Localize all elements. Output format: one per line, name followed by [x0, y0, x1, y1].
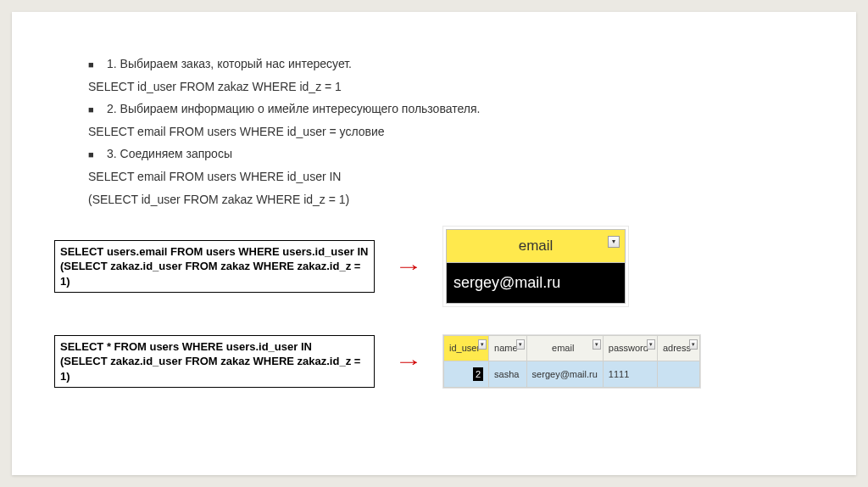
- arrow-icon: →: [394, 247, 423, 286]
- result-users-table: id_user▾ name▾ email▾ password▾ adress▾ …: [442, 334, 701, 389]
- bullet-icon: ■: [88, 146, 95, 164]
- col-id_user[interactable]: id_user▾: [444, 335, 489, 361]
- code-line-4: (SELECT id_user FROM zakaz WHERE id_z = …: [88, 188, 836, 211]
- table-header-row: id_user▾ name▾ email▾ password▾ adress▾: [444, 335, 700, 361]
- query-box-1: SELECT users.email FROM users WHERE user…: [54, 240, 375, 294]
- slide: ■ 1. Выбираем заказ, который нас интерес…: [12, 12, 856, 475]
- result-email-table: email ▾ sergey@mail.ru: [446, 229, 626, 303]
- result-email-header: email ▾: [446, 229, 626, 263]
- col-adress[interactable]: adress▾: [657, 335, 699, 361]
- cell-email: sergey@mail.ru: [526, 361, 603, 388]
- col-password[interactable]: password▾: [603, 335, 657, 361]
- dropdown-icon[interactable]: ▾: [608, 236, 620, 248]
- example-row-2: SELECT * FROM users WHERE users.id_user …: [54, 334, 836, 389]
- dropdown-icon[interactable]: ▾: [689, 339, 698, 350]
- dropdown-icon[interactable]: ▾: [593, 339, 601, 350]
- bullet-line-3: ■ 3. Соединяем запросы: [88, 143, 836, 165]
- query-box-2: SELECT * FROM users WHERE users.id_user …: [54, 335, 375, 389]
- cell-id_user: 2: [444, 361, 489, 388]
- query2-line2: (SELECT zakaz.id_user FROM zakaz WHERE z…: [60, 354, 369, 383]
- cell-name: sasha: [489, 361, 527, 388]
- cell-adress: [657, 361, 699, 388]
- cell-password: 1111: [603, 361, 657, 388]
- table-row: 2 sasha sergey@mail.ru 1111: [444, 361, 700, 388]
- code-line-3: SELECT email FROM users WHERE id_user IN: [88, 165, 836, 188]
- bullet-icon: ■: [88, 56, 95, 74]
- email-header-label: email: [519, 238, 554, 254]
- bullet-text-2: 2. Выбираем информацию о имейле интересу…: [107, 98, 480, 120]
- bullet-line-2: ■ 2. Выбираем информацию о имейле интере…: [88, 98, 836, 120]
- dropdown-icon[interactable]: ▾: [516, 339, 525, 350]
- arrow-icon: →: [394, 342, 423, 381]
- bullet-text-3: 3. Соединяем запросы: [107, 143, 232, 165]
- col-name[interactable]: name▾: [489, 335, 527, 361]
- bullet-icon: ■: [88, 101, 95, 119]
- result-email-value: sergey@mail.ru: [446, 263, 626, 303]
- dropdown-icon[interactable]: ▾: [647, 339, 655, 350]
- bullet-line-1: ■ 1. Выбираем заказ, который нас интерес…: [88, 53, 836, 76]
- query2-line1: SELECT * FROM users WHERE users.id_user …: [60, 339, 369, 355]
- dropdown-icon[interactable]: ▾: [478, 339, 487, 350]
- code-line-2: SELECT email FROM users WHERE id_user = …: [88, 120, 836, 143]
- bullet-text-1: 1. Выбираем заказ, который нас интересуе…: [107, 53, 352, 76]
- code-line-1: SELECT id_user FROM zakaz WHERE id_z = 1: [88, 76, 836, 98]
- example-row-1: SELECT users.email FROM users WHERE user…: [54, 226, 836, 306]
- result-email-wrap: email ▾ sergey@mail.ru: [442, 226, 629, 306]
- query1-line2: (SELECT zakaz.id_user FROM zakaz WHERE z…: [60, 259, 369, 288]
- query1-line1: SELECT users.email FROM users WHERE user…: [60, 244, 369, 260]
- slide-content: ■ 1. Выбираем заказ, который нас интерес…: [12, 12, 856, 389]
- col-email[interactable]: email▾: [526, 335, 603, 361]
